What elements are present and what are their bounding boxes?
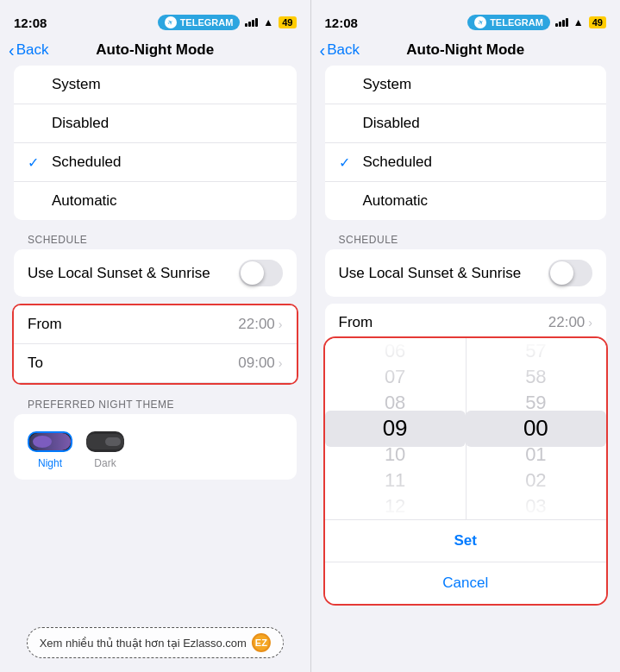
left-thumb-dark-pill [105, 437, 121, 446]
picker-actions: Set Cancel [325, 519, 607, 604]
picker-min-01: 01 [466, 442, 606, 468]
left-toggle-section: Use Local Sunset & Sunrise [14, 249, 297, 297]
picker-minute-col[interactable]: 57 58 59 00 01 02 03 [466, 338, 606, 519]
right-telegram-badge: TELEGRAM [467, 15, 550, 30]
left-to-row[interactable]: To 09:00 › [14, 344, 297, 383]
right-from-value: 22:00 [548, 314, 586, 331]
right-back-label: Back [327, 41, 360, 59]
picker-hour-07: 07 [325, 364, 466, 390]
right-back-chevron: ‹ [320, 41, 326, 59]
right-status-right: TELEGRAM ▲ 49 [467, 15, 606, 30]
left-nav-title: Auto-Night Mode [96, 41, 214, 59]
right-toggle[interactable] [548, 260, 592, 286]
left-telegram-label: TELEGRAM [180, 17, 234, 28]
left-option-disabled-label: Disabled [52, 115, 283, 132]
left-option-automatic-label: Automatic [52, 192, 283, 210]
left-toggle-row: Use Local Sunset & Sunrise [14, 249, 297, 297]
left-back-button[interactable]: ‹ Back [9, 41, 48, 59]
right-signal-bars [555, 18, 568, 27]
left-thumb-night-inner [29, 433, 71, 450]
left-toggle[interactable] [239, 260, 283, 286]
picker-min-57: 57 [466, 338, 606, 364]
left-thumb-night-blob [33, 436, 52, 448]
left-from-label: From [28, 316, 62, 333]
picker-min-03: 03 [466, 493, 606, 519]
picker-col-divider [466, 338, 467, 519]
left-from-to-section: From 22:00 › To 09:00 › [12, 304, 298, 385]
right-telegram-label: TELEGRAM [490, 17, 543, 28]
left-telegram-badge: TELEGRAM [158, 15, 241, 30]
right-option-disabled[interactable]: Disabled [325, 104, 607, 143]
right-option-system[interactable]: System [325, 66, 607, 104]
left-theme-section: Night Dark [14, 414, 297, 480]
picker-min-02: 02 [466, 468, 606, 493]
left-to-label: To [28, 355, 43, 372]
right-from-label: From [339, 314, 373, 331]
right-toggle-label: Use Local Sunset & Sunrise [339, 265, 522, 282]
right-time: 12:08 [325, 16, 358, 30]
picker-hour-11: 11 [325, 468, 466, 493]
right-panel: 12:08 TELEGRAM ▲ 49 ‹ Back Auto-Night Mo… [310, 0, 621, 672]
right-wifi-icon: ▲ [573, 16, 584, 28]
right-option-disabled-label: Disabled [363, 115, 593, 132]
left-checkmark-scheduled: ✓ [28, 154, 48, 171]
right-from-value-row: 22:00 › [548, 314, 592, 331]
left-thumb-night [28, 431, 72, 452]
left-status-bar: 12:08 TELEGRAM ▲ 49 [0, 0, 310, 38]
left-option-disabled[interactable]: Disabled [14, 104, 297, 143]
right-battery: 49 [589, 16, 606, 28]
picker-hour-09: 09 [325, 415, 466, 442]
left-theme-items: Night Dark [28, 431, 283, 469]
left-to-value: 09:00 [238, 355, 275, 372]
picker-hour-12: 12 [325, 493, 466, 519]
left-wifi-icon: ▲ [263, 16, 273, 28]
left-thumb-dark [86, 431, 124, 452]
right-schedule-label: SCHEDULE [311, 227, 621, 249]
left-schedule-label: SCHEDULE [0, 227, 310, 249]
left-preferred-label: PREFERRED NIGHT THEME [0, 392, 310, 414]
right-option-automatic[interactable]: Automatic [325, 182, 607, 220]
left-back-label: Back [16, 41, 49, 59]
right-toggle-section: Use Local Sunset & Sunrise [325, 249, 607, 297]
picker-min-59: 59 [466, 390, 606, 416]
left-toggle-label: Use Local Sunset & Sunrise [28, 265, 210, 282]
left-status-right: TELEGRAM ▲ 49 [158, 15, 297, 30]
left-telegram-icon [165, 16, 177, 28]
right-nav-bar: ‹ Back Auto-Night Mode [311, 38, 621, 66]
left-theme-night[interactable]: Night [28, 431, 72, 469]
right-options-list: System Disabled ✓ Scheduled Automatic [325, 66, 607, 220]
left-to-value-row: 09:00 › [238, 355, 282, 372]
picker-set-button[interactable]: Set [325, 520, 607, 562]
left-option-scheduled[interactable]: ✓ Scheduled [14, 143, 297, 182]
left-battery: 49 [279, 16, 296, 28]
left-from-chevron: › [279, 317, 283, 331]
right-nav-title: Auto-Night Mode [406, 41, 524, 59]
right-checkmark-scheduled: ✓ [339, 154, 360, 171]
picker-min-00: 00 [466, 415, 606, 442]
left-watermark-text: Xem nhiều thủ thuật hơn tại Ezlasso.com [40, 637, 247, 650]
right-status-bar: 12:08 TELEGRAM ▲ 49 [311, 0, 621, 38]
left-option-system[interactable]: System [14, 66, 297, 104]
left-back-chevron: ‹ [9, 41, 15, 59]
picker-cancel-button[interactable]: Cancel [325, 562, 607, 604]
time-picker[interactable]: 06 07 08 09 10 11 12 57 58 59 00 01 02 [323, 336, 609, 606]
right-back-button[interactable]: ‹ Back [320, 41, 360, 59]
left-from-row[interactable]: From 22:00 › [14, 305, 297, 344]
left-option-automatic[interactable]: Automatic [14, 182, 297, 220]
picker-hour-10: 10 [325, 442, 466, 468]
left-to-chevron: › [279, 356, 283, 370]
picker-hour-col[interactable]: 06 07 08 09 10 11 12 [325, 338, 466, 519]
picker-hour-06: 06 [325, 338, 466, 364]
left-time: 12:08 [14, 16, 47, 30]
left-option-system-label: System [52, 76, 283, 93]
right-option-scheduled[interactable]: ✓ Scheduled [325, 143, 607, 182]
left-option-scheduled-label: Scheduled [52, 154, 283, 171]
left-from-value: 22:00 [238, 316, 275, 333]
left-theme-dark[interactable]: Dark [86, 431, 124, 469]
left-nav-bar: ‹ Back Auto-Night Mode [0, 38, 310, 66]
left-theme-dark-label: Dark [94, 457, 116, 469]
left-panel: 12:08 TELEGRAM ▲ 49 ‹ Back Auto-Night Mo… [0, 0, 310, 672]
left-signal-bars [245, 18, 258, 27]
left-thumb-dark-inner [86, 434, 124, 449]
right-from-chevron: › [588, 316, 592, 330]
